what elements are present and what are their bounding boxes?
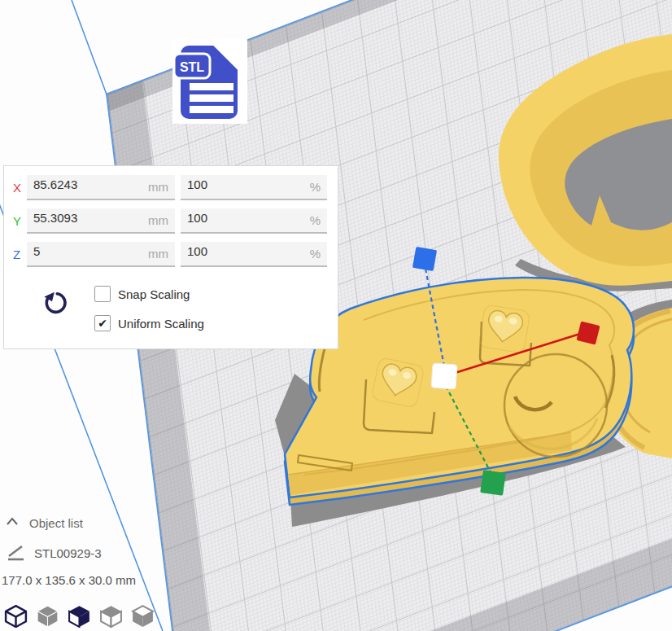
- view-left-icon: [98, 603, 124, 628]
- object-item-icon: [7, 544, 26, 565]
- axis-x-label: X: [13, 181, 21, 195]
- scale-x-percent-unit: %: [310, 180, 321, 194]
- stl-label: STL: [180, 60, 204, 74]
- view-top-icon: [67, 603, 92, 628]
- scale-y-mm-input[interactable]: [33, 211, 137, 225]
- stl-file-icon: STL: [172, 39, 247, 124]
- object-list-toggle[interactable]: [5, 516, 20, 531]
- scale-handle-center[interactable]: [431, 363, 457, 389]
- reset-scale-button[interactable]: [41, 290, 69, 319]
- snap-scaling-label: Snap Scaling: [118, 287, 190, 301]
- view-preset-right-button[interactable]: [130, 603, 155, 628]
- axis-y-label: Y: [13, 214, 21, 228]
- view-preset-top-button[interactable]: [67, 603, 92, 628]
- object-list-label: Object list: [29, 516, 83, 530]
- chevron-up-icon: [5, 516, 20, 528]
- object-item-name[interactable]: STL00929-3: [34, 546, 102, 560]
- scale-tool-panel: X mm % Y mm % Z mm: [3, 165, 338, 349]
- 3d-viewport[interactable]: STL X mm % Y mm %: [0, 0, 672, 631]
- scale-x-percent-field: %: [181, 175, 327, 200]
- scale-x-percent-input[interactable]: [187, 177, 290, 191]
- axis-z-label: Z: [13, 248, 20, 261]
- build-volume-edge-back-left: [72, 0, 107, 94]
- view-preset-front-button[interactable]: [35, 603, 60, 628]
- scale-row-x: X mm %: [4, 175, 338, 200]
- uniform-scaling-label: Uniform Scaling: [118, 317, 204, 331]
- scale-x-mm-unit: mm: [148, 180, 168, 194]
- check-icon: ✔: [98, 317, 107, 330]
- reset-icon: [42, 290, 68, 318]
- scale-handle-z[interactable]: [412, 247, 437, 271]
- scale-z-percent-input[interactable]: [187, 244, 290, 258]
- scale-y-mm-field: mm: [27, 208, 175, 234]
- scale-y-percent-unit: %: [310, 213, 321, 227]
- view-3d-icon: [3, 603, 28, 628]
- scale-x-mm-field: mm: [27, 175, 175, 200]
- scale-y-percent-input[interactable]: [187, 211, 290, 225]
- view-preset-3d-button[interactable]: [3, 603, 28, 628]
- view-front-icon: [35, 603, 60, 628]
- uniform-scaling-checkbox[interactable]: ✔: [94, 315, 111, 331]
- scale-z-mm-input[interactable]: [33, 244, 137, 258]
- model-heart-cutter[interactable]: [499, 34, 672, 286]
- scale-x-mm-input[interactable]: [33, 177, 137, 191]
- scale-row-y: Y mm %: [4, 208, 338, 234]
- view-right-icon: [130, 603, 155, 628]
- scale-z-mm-unit: mm: [148, 247, 168, 261]
- scale-handle-y[interactable]: [480, 470, 506, 496]
- scale-row-z: Z mm %: [4, 242, 338, 267]
- selection-dimensions: 177.0 x 135.6 x 30.0 mm: [2, 573, 136, 587]
- snap-scaling-checkbox[interactable]: [94, 286, 111, 302]
- scale-z-percent-field: %: [181, 242, 327, 267]
- scale-y-percent-field: %: [181, 208, 327, 234]
- scale-y-mm-unit: mm: [148, 213, 168, 227]
- scale-z-mm-field: mm: [27, 242, 175, 267]
- ramp-icon: [7, 544, 26, 562]
- scale-z-percent-unit: %: [310, 247, 321, 261]
- view-preset-bar: [3, 603, 155, 628]
- view-preset-left-button[interactable]: [98, 603, 124, 628]
- stl-file-thumbnail: STL: [172, 39, 247, 124]
